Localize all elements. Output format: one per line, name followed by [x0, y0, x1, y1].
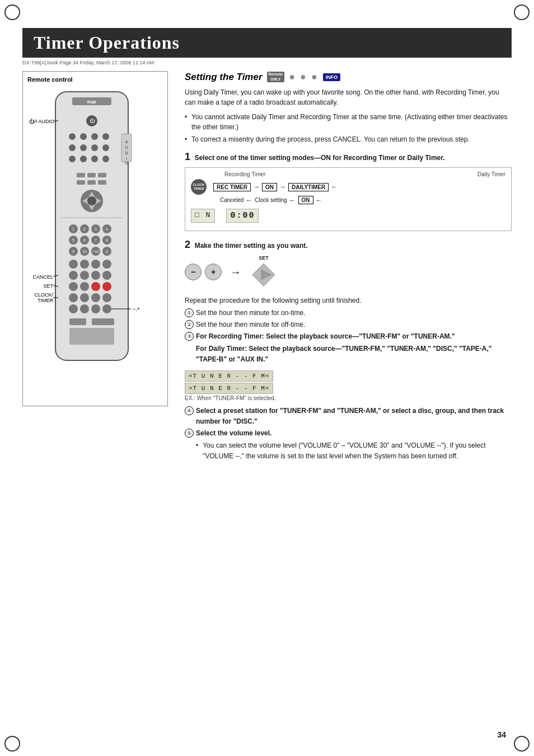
- svg-point-78: [69, 293, 78, 302]
- svg-text:⏻: ⏻: [90, 118, 95, 124]
- timer-flow-diagram: Recording Timer Daily Timer CLOCKTIMER R…: [185, 167, 512, 231]
- sub-step-4: ④ Select a preset station for "TUNER-FM"…: [185, 406, 512, 427]
- svg-point-65: [102, 260, 111, 269]
- svg-text:SET: SET: [43, 283, 53, 289]
- step-2: 2 Make the timer setting as you want. − …: [185, 239, 512, 289]
- step-2-number: 2: [185, 239, 190, 250]
- svg-text:TIMER: TIMER: [38, 298, 53, 303]
- bullet-item-1: You cannot activate Daily Timer and Reco…: [185, 112, 512, 132]
- step2-arrow: →: [230, 266, 241, 279]
- corner-circle-bl: [4, 736, 20, 752]
- svg-point-88: [102, 304, 111, 313]
- step-1-number: 1: [185, 151, 190, 162]
- daily-timer-label: Daily Timer: [477, 171, 505, 177]
- svg-point-79: [80, 293, 89, 302]
- svg-point-14: [102, 144, 109, 151]
- svg-text:0: 0: [106, 250, 108, 253]
- section-title: Setting the Timer Remote ONLY ● ● ● INFO: [185, 71, 512, 83]
- svg-text:–,+: –,+: [133, 306, 140, 312]
- page-number: 34: [497, 730, 506, 739]
- minus-button[interactable]: −: [185, 264, 202, 280]
- svg-rect-92: [92, 318, 114, 325]
- svg-text:5: 5: [72, 238, 74, 242]
- sub-num-1: ①: [185, 308, 194, 317]
- header-bar: Timer Operations: [22, 28, 512, 58]
- svg-point-64: [91, 260, 100, 269]
- remote-only-badge: Remote ONLY: [267, 72, 285, 82]
- svg-text:10: 10: [82, 250, 87, 253]
- corner-circle-br: [514, 736, 530, 752]
- sub-num-5: ⑤: [185, 429, 194, 438]
- svg-text:2: 2: [83, 227, 86, 231]
- svg-point-75: [91, 282, 100, 291]
- step-2-text: Make the timer setting as you want.: [195, 242, 308, 250]
- sub-num-3: ③: [185, 332, 194, 341]
- svg-rect-27: [98, 173, 106, 177]
- svg-text:4: 4: [106, 227, 108, 231]
- svg-point-80: [91, 293, 100, 302]
- tuner-label: EX.: When "TUNER-FM" is selected.: [185, 395, 512, 401]
- svg-point-69: [102, 271, 111, 280]
- set-btn-visual: [250, 261, 278, 289]
- step-1: 1 Select one of the timer setting modes—…: [185, 151, 512, 231]
- clock-timer-button-area: CLOCKTIMER: [191, 179, 209, 195]
- clock-timer-button[interactable]: CLOCKTIMER: [191, 179, 207, 195]
- intro-text: Using Daily Timer, you can wake up with …: [185, 87, 512, 107]
- svg-text:⏻/I AUDIO: ⏻/I AUDIO: [29, 119, 54, 124]
- svg-point-85: [69, 304, 78, 313]
- svg-text:mar: mar: [87, 99, 97, 105]
- svg-point-10: [102, 133, 109, 140]
- svg-point-18: [102, 156, 109, 162]
- svg-point-8: [80, 133, 87, 140]
- arrow-2: →: [279, 183, 286, 191]
- svg-text:9: 9: [72, 250, 74, 253]
- sub-step-5-text: Select the volume level.: [196, 428, 271, 439]
- bullet-dots: ● ● ●: [289, 71, 318, 83]
- sub-step-3b: For Daily Timer: Select the playback sou…: [196, 344, 512, 365]
- svg-point-68: [91, 271, 100, 280]
- bullet-item-2: To correct a misentry during the process…: [185, 134, 512, 144]
- remote-svg: mar ⏻ ⏻/I AUDIO: [27, 86, 156, 400]
- svg-rect-30: [98, 180, 106, 185]
- svg-text:8: 8: [106, 238, 108, 242]
- set-button-area: SET: [250, 255, 278, 289]
- svg-text:CANCEL: CANCEL: [32, 274, 53, 280]
- repeat-text: Repeat the procedure for the following s…: [185, 297, 512, 304]
- svg-point-63: [80, 260, 89, 269]
- svg-point-76: [102, 282, 111, 291]
- svg-rect-26: [87, 173, 96, 177]
- arrow-back-3: ←: [316, 196, 322, 204]
- remote-box: Remote control mar ⏻ ⏻/I AUDIO: [22, 71, 168, 406]
- section-title-text: Setting the Timer: [185, 72, 263, 83]
- sub-step-3b-text: For Daily Timer: Select the playback sou…: [196, 344, 512, 365]
- svg-point-86: [80, 304, 89, 313]
- bullet-dot-5: •: [196, 440, 198, 462]
- svg-point-9: [91, 133, 98, 140]
- svg-point-67: [80, 271, 89, 280]
- page-title: Timer Operations: [34, 32, 180, 53]
- recording-timer-label: Recording Timer: [224, 171, 265, 177]
- rec-timer-box: REC TIMER: [213, 183, 251, 191]
- svg-point-17: [91, 156, 98, 162]
- set-label: SET: [259, 255, 269, 261]
- svg-text:U: U: [125, 145, 128, 149]
- info-badge: INFO: [323, 73, 341, 81]
- svg-text:CLOCK/: CLOCK/: [34, 292, 53, 298]
- svg-point-74: [80, 282, 89, 291]
- svg-text:I: I: [126, 157, 127, 161]
- plus-button[interactable]: +: [205, 264, 222, 280]
- svg-text:O: O: [125, 161, 128, 165]
- lcd-area: □ N 0:00: [191, 209, 505, 223]
- sub-num-4: ④: [185, 406, 194, 415]
- bullet-list: You cannot activate Daily Timer and Reco…: [185, 112, 512, 144]
- lcd-display-1: □ N: [191, 209, 215, 223]
- svg-text:7: 7: [95, 238, 97, 242]
- sub-step-2: ② Set the hour then minute for off-time.: [185, 320, 512, 330]
- sub-step-1-text: Set the hour then minute for on-time.: [196, 308, 305, 318]
- svg-rect-91: [69, 318, 86, 325]
- svg-point-62: [69, 260, 78, 269]
- svg-text:3: 3: [95, 227, 97, 231]
- svg-point-15: [69, 156, 76, 162]
- step2-diagram: − + → SET: [185, 255, 512, 289]
- sub-step-5: ⑤ Select the volume level.: [185, 428, 512, 439]
